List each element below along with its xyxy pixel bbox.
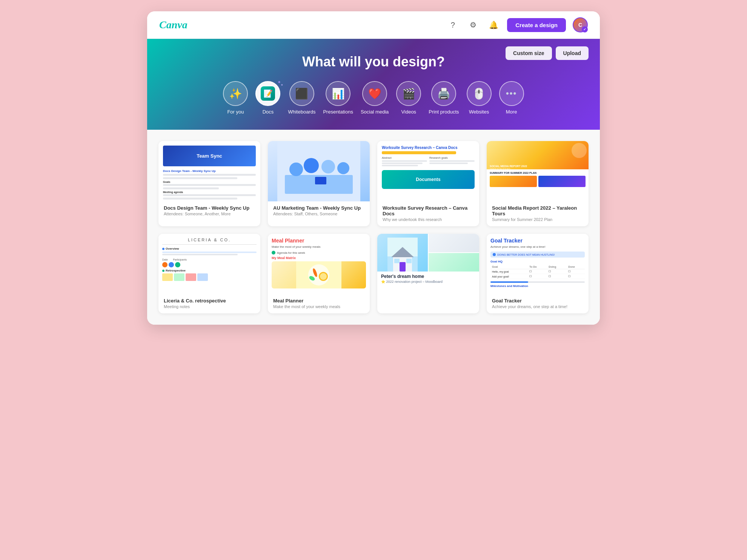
logo[interactable]: Canva [159, 19, 188, 31]
upload-button[interactable]: Upload [556, 46, 589, 60]
avatar[interactable]: C ✓ [573, 17, 588, 32]
create-design-button[interactable]: Create a design [507, 18, 566, 32]
todo-1: ☐ [528, 269, 547, 274]
liceria-line-item [162, 254, 238, 255]
cursor-icon: 🖱️ [472, 87, 486, 100]
doc-line [163, 177, 237, 179]
card-au-marketing-subtitle: Attendees: Staff, Others, Someone [273, 212, 364, 216]
goal-hq-badge: DOING BETTER DOES NOT MEAN HUSTLING! [490, 252, 585, 258]
doing-2: ☐ [547, 274, 567, 279]
card-meal-info: Meal Planner Make the most of your weekl… [268, 294, 370, 313]
svg-point-2 [289, 163, 303, 176]
canva-docs-visual: Documents [382, 170, 475, 189]
card-goal-info: Goal Tracker Achieve your dreams, one st… [487, 294, 589, 313]
avatar-badge: ✓ [582, 26, 588, 32]
avatar-1 [162, 262, 168, 267]
team-sync-header-img: Team Sync [163, 146, 256, 166]
card-canva-docs-subtitle: Why we undertook this research [383, 217, 474, 222]
two-col: Abstract Research goals [382, 156, 475, 167]
card-team-sync[interactable]: Team Sync Docs Design Team - Weekly Sync… [158, 141, 260, 226]
card-team-sync-subtitle: Attendees: Someone, Another, More [164, 212, 255, 216]
line [429, 160, 475, 162]
card-goal-tracker[interactable]: Goal Tracker Achieve your dreams, one st… [487, 234, 589, 313]
help-button[interactable]: ? [446, 18, 460, 32]
doc-section: Goals [163, 181, 256, 183]
liceria-line-item [162, 252, 257, 253]
social-media-label: Social media [361, 109, 389, 115]
col-right: Research goals [429, 156, 475, 167]
doc-line [163, 174, 256, 176]
card-social-report[interactable]: SOCIAL MEDIA REPORT 2022 YARALEON TOURS … [487, 141, 589, 226]
col-label: Abstract [382, 156, 427, 159]
websites-label: Websites [469, 109, 489, 115]
notifications-button[interactable]: 🔔 [487, 18, 500, 32]
goal-table: Goal To Do Doing Done Hello, my goal ☐ ☐ [490, 265, 585, 279]
goal-tracker-sub: Achieve your dreams, one step at a time! [490, 245, 585, 249]
home-interior-1 [429, 234, 479, 252]
whiteboards-icon-circle: ⬛ [289, 81, 314, 106]
done-1: ☐ [567, 269, 585, 274]
goal-2: Add your goal! [490, 274, 528, 279]
print-products-label: Print products [429, 109, 459, 115]
col-goal: Goal [490, 265, 528, 269]
svg-point-11 [320, 273, 327, 280]
more-label: More [506, 109, 517, 115]
svg-rect-18 [394, 259, 400, 263]
websites-icon-circle: 🖱️ [467, 81, 492, 106]
home-interior-2 [429, 253, 479, 272]
card-dream-home[interactable]: Peter's dream home ⭐ 2022 renovation pro… [377, 234, 479, 313]
line [429, 163, 468, 164]
doc-line [163, 194, 256, 196]
card-liceria[interactable]: LICERIA & CO. Overview Date Participants [158, 234, 260, 313]
videos-icon-circle: 🎬 [396, 81, 421, 106]
card-meal-planner[interactable]: Meal Planner Make the most of your weekl… [268, 234, 370, 313]
card-au-marketing-info: AU Marketing Team - Weekly Sync Up Atten… [268, 201, 370, 221]
doing-1: ☐ [547, 269, 567, 274]
meal-week-label: Agenda for this week [272, 251, 366, 255]
col-done: Done [567, 265, 585, 269]
canva-docs-heading: Worksuite Survey Research – Canva Docs [382, 146, 475, 150]
category-videos[interactable]: 🎬 Videos [396, 81, 421, 115]
category-docs[interactable]: ✦ ✦ 📝 Docs [255, 81, 280, 115]
card-au-marketing[interactable]: AU Marketing Team - Weekly Sync Up Atten… [268, 141, 370, 226]
badge-text: DOING BETTER DOES NOT MEAN HUSTLING! [497, 253, 555, 256]
todo-2: ☐ [528, 274, 547, 279]
category-whiteboards[interactable]: ⬛ Whiteboards [288, 81, 315, 115]
card-canva-docs[interactable]: Worksuite Survey Research – Canva Docs A… [377, 141, 479, 226]
liceria-divider [162, 244, 257, 245]
house-main [377, 234, 428, 272]
col-left: Abstract [382, 156, 427, 167]
hero-section: Custom size Upload What will you design?… [147, 39, 600, 130]
sticky-notes [162, 273, 257, 281]
card-social-report-title: Social Media Report 2022 – Yaraleon Tour… [492, 205, 583, 216]
settings-button[interactable]: ⚙ [466, 18, 480, 32]
card-au-marketing-thumb [268, 141, 370, 201]
category-print-products[interactable]: 🖨️ Print products [429, 81, 459, 115]
category-social-media[interactable]: ❤️ Social media [361, 81, 389, 115]
table-row: Add your goal! ☐ ☐ ☐ [490, 274, 585, 279]
milestones-label: Milestones and Motivation [490, 284, 585, 288]
svg-point-5 [337, 162, 349, 174]
whiteboards-label: Whiteboards [288, 109, 315, 115]
custom-size-button[interactable]: Custom size [506, 46, 552, 60]
card-canva-docs-thumb: Worksuite Survey Research – Canva Docs A… [377, 141, 479, 201]
meal-planner-heading: Meal Planner [272, 238, 366, 244]
goal-hq-label: Goal HQ [490, 260, 585, 263]
doc-icon: 📝 [263, 89, 273, 98]
done-2: ☐ [567, 274, 585, 279]
doc-line [163, 184, 256, 186]
doc-line [163, 198, 237, 199]
report-sub: YARALEON TOURS [490, 168, 510, 169]
card-social-report-subtitle: Summary for Summer 2022 Plan [492, 217, 583, 222]
line [382, 160, 427, 162]
marketing-illustration [277, 141, 360, 201]
category-for-you[interactable]: ✨ For you [223, 81, 248, 115]
col-doing: Doing [547, 265, 567, 269]
social-boxes-row [490, 176, 586, 187]
category-websites[interactable]: 🖱️ Websites [467, 81, 492, 115]
category-more[interactable]: ••• More [499, 81, 524, 115]
goal-progress-bar-fill [490, 281, 528, 283]
social-bottom: SUMMARY FOR SUMMER 2022 PLAN [487, 169, 589, 189]
category-presentations[interactable]: 📊 Presentations [323, 81, 353, 115]
svg-point-4 [321, 160, 335, 173]
